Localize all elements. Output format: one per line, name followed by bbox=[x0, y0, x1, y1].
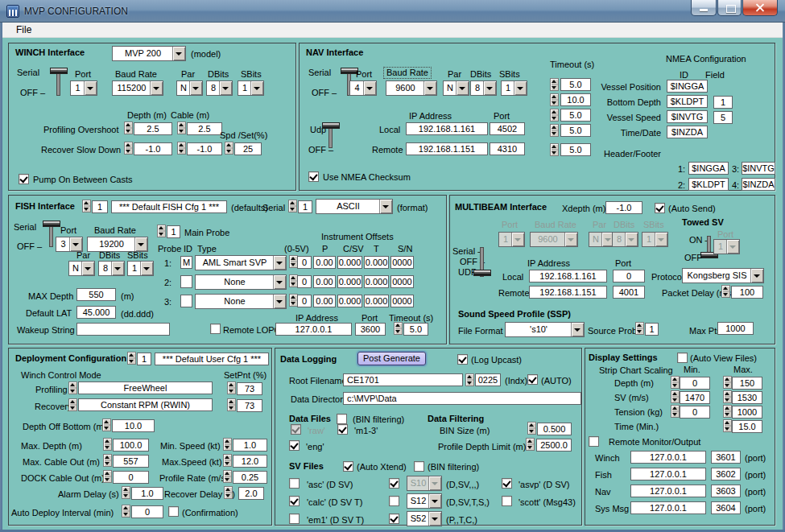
auto-deploy-field[interactable]: 0 bbox=[131, 505, 163, 518]
scale-max-spinner[interactable] bbox=[723, 405, 732, 418]
min-speed-field[interactable]: 1.0 bbox=[233, 439, 267, 452]
fish-maxdepth-field[interactable]: 550 bbox=[76, 288, 116, 301]
alarm-delay-field[interactable]: 1.0 bbox=[131, 487, 163, 500]
hf-4-field[interactable]: $INZDA bbox=[742, 178, 775, 191]
pump-on-checkbox[interactable] bbox=[19, 174, 29, 184]
nav-remote-ip-field[interactable]: 192.168.1.151 bbox=[406, 142, 488, 155]
scale-max-spinner[interactable] bbox=[723, 390, 732, 403]
net-port-field[interactable]: 3604 bbox=[711, 501, 741, 514]
scale-max-field[interactable]: 15.0 bbox=[732, 420, 762, 433]
nmea-checksum-checkbox[interactable] bbox=[308, 171, 319, 182]
nmea-row-field-field[interactable]: 1 bbox=[713, 96, 733, 109]
scale-max-field[interactable]: 1000 bbox=[732, 406, 762, 419]
fish-sbits-dropdown[interactable]: 1 bbox=[127, 261, 154, 276]
winch-slowdown-cable-field[interactable]: -1.0 bbox=[187, 142, 222, 155]
probe-row-p-field[interactable]: 0.00 bbox=[313, 295, 336, 307]
net-ip-field[interactable]: 127.0.0.1 bbox=[630, 501, 706, 514]
maximize-button[interactable] bbox=[717, 0, 742, 16]
data-files-bin-checkbox[interactable] bbox=[337, 414, 347, 424]
winch-sbits-dropdown[interactable]: 1 bbox=[238, 80, 264, 96]
nmea-row-id-field[interactable]: $INZDA bbox=[667, 126, 708, 138]
probe-row-csv-field[interactable]: 0.000 bbox=[337, 295, 362, 307]
profiling-mode-field[interactable]: FreeWheel bbox=[78, 381, 213, 394]
fish-cfg-spinner[interactable] bbox=[82, 200, 91, 212]
auto-send-checkbox[interactable] bbox=[655, 203, 665, 213]
scale-max-spinner[interactable] bbox=[723, 419, 732, 432]
winch-serial-toggle-handle[interactable] bbox=[50, 68, 68, 74]
winch-overshoot-depth-field[interactable]: 2.5 bbox=[134, 122, 172, 135]
nav-remote-port-field[interactable]: 4310 bbox=[490, 142, 525, 155]
root-filename-field[interactable]: CE1701 bbox=[343, 373, 463, 386]
nav-baud-dropdown[interactable]: 9600 bbox=[386, 80, 437, 96]
timeout-1-spinner[interactable] bbox=[550, 93, 559, 106]
max-cable-field[interactable]: 557 bbox=[113, 455, 149, 468]
probe-row-t-field[interactable]: 0.000 bbox=[364, 295, 389, 307]
profile-depth-limit-spinner[interactable] bbox=[526, 438, 535, 451]
probe-row-csv-field[interactable]: 0.000 bbox=[337, 275, 362, 288]
scott-checkbox[interactable] bbox=[502, 496, 512, 506]
mb-local-ip-field[interactable]: 192.168.1.161 bbox=[529, 270, 607, 282]
net-ip-field[interactable]: 127.0.0.1 bbox=[630, 485, 706, 497]
s52-checkbox[interactable] bbox=[389, 513, 399, 524]
fish-serial-num-field[interactable]: 1 bbox=[298, 200, 312, 213]
em1-checkbox[interactable] bbox=[289, 513, 300, 524]
net-port-field[interactable]: 3603 bbox=[711, 485, 741, 497]
winch-overshoot-cable-field[interactable]: 2.5 bbox=[187, 122, 222, 135]
recover-delay-spinner[interactable] bbox=[224, 486, 233, 499]
probe-row-p-field[interactable]: 0.00 bbox=[313, 275, 336, 288]
source-probe-field[interactable]: 1 bbox=[645, 323, 659, 336]
remote-lopc-checkbox[interactable] bbox=[210, 324, 221, 334]
probe-row-id-field[interactable] bbox=[180, 275, 192, 288]
log-upcast-checkbox[interactable] bbox=[457, 354, 468, 365]
recovery-set-field[interactable]: 73 bbox=[237, 399, 262, 412]
fish-wakeup-field[interactable] bbox=[76, 323, 170, 336]
nmea-row-id-field[interactable]: $KLDPT bbox=[667, 95, 708, 108]
probe-row-type-dropdown[interactable]: None bbox=[195, 294, 287, 309]
lopc-timeout-spinner[interactable] bbox=[394, 322, 403, 335]
dock-cable-field[interactable]: 0 bbox=[113, 471, 149, 484]
max-pts-field[interactable]: 1000 bbox=[717, 322, 754, 335]
lopc-ip-field[interactable]: 127.0.0.1 bbox=[275, 323, 352, 336]
net-port-field[interactable]: 3602 bbox=[711, 468, 741, 480]
nmea-row-field-field[interactable]: 5 bbox=[713, 111, 733, 124]
mb-mode-toggle-handle[interactable] bbox=[473, 270, 491, 276]
probe-row-type-dropdown[interactable]: AML Smart SVP bbox=[195, 255, 287, 270]
probe-row-volt-field[interactable]: 0 bbox=[297, 295, 312, 307]
main-probe-field[interactable]: 1 bbox=[167, 225, 180, 238]
bin-size-spinner[interactable] bbox=[527, 422, 536, 435]
lopc-timeout-field[interactable]: 5.0 bbox=[403, 323, 428, 336]
main-probe-spinner[interactable] bbox=[157, 225, 166, 237]
scale-min-field[interactable]: 1470 bbox=[680, 391, 710, 404]
data-directory-field[interactable]: c:\MVP\Data bbox=[343, 392, 581, 405]
probe-row-csv-field[interactable]: 0.000 bbox=[337, 256, 362, 269]
max-speed-spinner[interactable] bbox=[223, 454, 232, 467]
s10-checkbox[interactable] bbox=[389, 478, 399, 489]
profiling-set-field[interactable]: 73 bbox=[237, 382, 262, 395]
winch-overshoot-cable-spinner[interactable] bbox=[177, 122, 186, 134]
nav-local-ip-field[interactable]: 192.168.1.161 bbox=[406, 122, 488, 135]
winch-overshoot-depth-spinner[interactable] bbox=[124, 122, 133, 134]
packet-delay-field[interactable]: 100 bbox=[731, 286, 763, 299]
menu-file[interactable]: File bbox=[13, 25, 35, 35]
profiling-spinner[interactable] bbox=[68, 381, 77, 394]
recovery-set-spinner[interactable] bbox=[227, 398, 236, 411]
nav-port-dropdown[interactable]: 4 bbox=[349, 80, 377, 96]
probe-row-volt-field[interactable]: 0 bbox=[297, 256, 312, 269]
lopc-port-field[interactable]: 3600 bbox=[355, 323, 386, 336]
probe-row-sn-field[interactable]: 0000 bbox=[390, 256, 414, 269]
winch-spd-field[interactable]: 25 bbox=[234, 142, 262, 155]
asc-checkbox[interactable] bbox=[289, 478, 300, 489]
timeout-0-spinner[interactable] bbox=[550, 78, 559, 91]
winch-spd-spinner[interactable] bbox=[225, 142, 233, 155]
max-speed-field[interactable]: 12.0 bbox=[233, 455, 267, 468]
fish-par-dropdown[interactable]: N bbox=[68, 261, 95, 276]
mb-remote-ip-field[interactable]: 192.168.1.151 bbox=[529, 286, 607, 299]
nmea-row-id-field[interactable]: $INGGA bbox=[667, 80, 708, 93]
winch-slowdown-depth-spinner[interactable] bbox=[124, 142, 133, 155]
auto-checkbox[interactable] bbox=[527, 374, 538, 385]
timeout-4-spinner[interactable] bbox=[550, 143, 559, 156]
protocol-dropdown[interactable]: Kongsberg SIS bbox=[682, 268, 764, 283]
recovery-spinner[interactable] bbox=[68, 398, 77, 411]
hf-3-field[interactable]: $INVTG bbox=[742, 162, 775, 175]
xdepth-field[interactable]: -1.0 bbox=[605, 201, 642, 214]
